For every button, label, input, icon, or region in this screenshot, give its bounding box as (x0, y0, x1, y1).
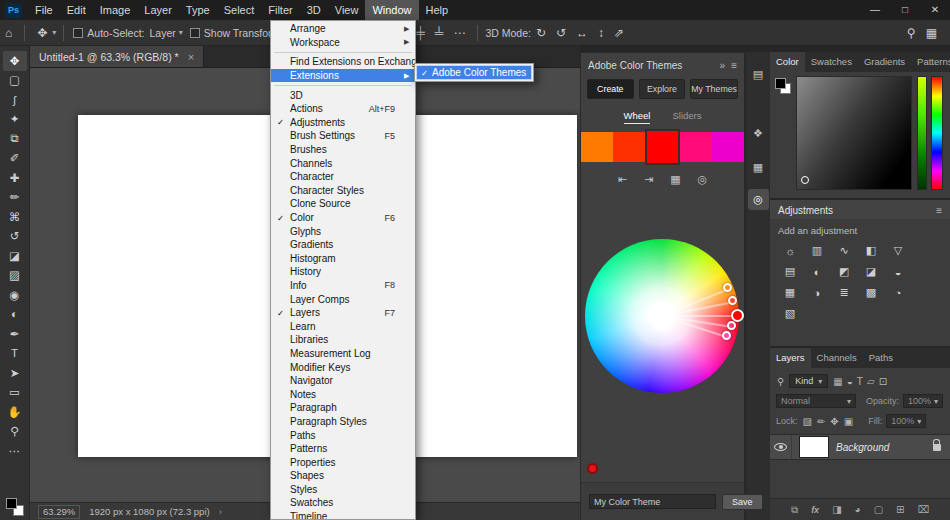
menu-item-character-styles[interactable]: Character Styles (271, 184, 415, 198)
menu-item-glyphs[interactable]: Glyphs (271, 224, 415, 238)
menu-item-info[interactable]: Info F8 (271, 279, 415, 293)
edit-toolbar-button[interactable]: ⋯ (3, 441, 27, 461)
drag-3d-icon[interactable]: ↔ (571, 26, 593, 40)
menu-item-modifier-keys[interactable]: Modifier Keys (271, 360, 415, 374)
tab-channels[interactable]: Channels (811, 348, 863, 368)
menu-item-styles[interactable]: Styles (271, 483, 415, 497)
more-options-icon[interactable]: ⋯ (448, 26, 470, 40)
scale-3d-icon[interactable]: ⇗ (609, 26, 629, 40)
fill-dropdown[interactable]: 100% ▾ (886, 414, 926, 428)
tab-swatches[interactable]: Swatches (805, 52, 858, 72)
wheel-handle-main[interactable] (731, 309, 744, 322)
lasso-tool[interactable]: ʃ (3, 90, 27, 110)
eyedropper-tool[interactable]: ✐ (3, 149, 27, 169)
save-theme-button[interactable]: Save (722, 494, 763, 510)
panel-menu-icon[interactable]: ≡ (936, 205, 942, 216)
lock-image-icon[interactable]: ✏ (816, 416, 826, 427)
menu-item-measurement-log[interactable]: Measurement Log (271, 347, 415, 361)
wheel-handle[interactable] (723, 283, 732, 292)
tab-color[interactable]: Color (770, 52, 805, 72)
levels-icon[interactable]: ▥ (807, 243, 827, 258)
lock-position-icon[interactable]: ✥ (829, 416, 839, 427)
menu-item-properties[interactable]: Properties (271, 455, 415, 469)
color-themes-panel-icon[interactable]: ◎ (748, 189, 769, 210)
crop-tool[interactable]: ⧉ (3, 129, 27, 149)
menu-item-layer-comps[interactable]: Layer Comps (271, 292, 415, 306)
menubar-item-window[interactable]: Window (365, 0, 418, 20)
orbit-3d-icon[interactable]: ↻ (531, 26, 551, 40)
adjust-left-icon[interactable]: ⇤ (618, 173, 627, 186)
foreground-background-swatches[interactable] (6, 498, 24, 516)
align-bottom-icon[interactable]: ╧ (430, 26, 449, 40)
maximize-button[interactable]: □ (890, 0, 920, 20)
healing-brush-tool[interactable]: ✚ (3, 168, 27, 188)
menu-item-libraries[interactable]: Libraries (271, 333, 415, 347)
opacity-dropdown[interactable]: 100% ▾ (903, 394, 943, 408)
show-transform-checkbox[interactable] (190, 28, 200, 38)
navigator-panel-icon[interactable]: ❖ (748, 123, 769, 144)
tab-paths[interactable]: Paths (863, 348, 899, 368)
home-icon[interactable]: ⌂ (0, 26, 17, 40)
menubar-item-layer[interactable]: Layer (137, 0, 179, 20)
blur-tool[interactable]: ◉ (3, 285, 27, 305)
brightness-contrast-icon[interactable]: ☼ (780, 243, 800, 258)
move-tool[interactable]: ✥ (3, 51, 27, 71)
marquee-tool[interactable]: ▢ (3, 71, 27, 91)
color-lookup-icon[interactable]: ▦ (780, 285, 800, 300)
posterize-icon[interactable]: ≣ (834, 285, 854, 300)
menu-item-paths[interactable]: Paths (271, 428, 415, 442)
auto-select-target-dropdown[interactable]: Layer ▾ (145, 26, 188, 40)
wheel-handle[interactable] (728, 296, 737, 305)
panel-menu-icon[interactable]: ≡ (731, 60, 737, 71)
color-field-marker[interactable] (801, 176, 809, 184)
exposure-icon[interactable]: ◧ (861, 243, 881, 258)
theme-swatch-5[interactable] (712, 132, 744, 162)
menubar-item-file[interactable]: File (28, 0, 60, 20)
close-button[interactable]: ✕ (920, 0, 950, 20)
ct-tab-create[interactable]: Create (587, 79, 634, 99)
layer-visibility-toggle[interactable] (770, 435, 792, 459)
hue-saturation-icon[interactable]: ▤ (780, 264, 800, 279)
menubar-item-select[interactable]: Select (217, 0, 262, 20)
menubar-item-3d[interactable]: 3D (300, 0, 328, 20)
color-balance-icon[interactable]: ◐ (807, 264, 827, 279)
search-icon[interactable]: ⚲ (902, 26, 921, 40)
zoom-level-field[interactable]: 63.29% (38, 505, 80, 519)
filter-type-icon[interactable]: T (856, 376, 864, 387)
gradient-tool[interactable]: ▨ (3, 266, 27, 286)
libraries-panel-icon[interactable]: ▦ (748, 157, 769, 178)
color-rule-icon[interactable]: ◎ (698, 173, 708, 186)
vibrance-icon[interactable]: ▽ (888, 243, 908, 258)
hand-tool[interactable]: ✋ (3, 402, 27, 422)
adjust-right-icon[interactable]: ⇥ (644, 173, 653, 186)
menu-item-workspace[interactable]: Workspace ▶ (271, 36, 415, 50)
menu-item-color[interactable]: ✓ Color F6 (271, 211, 415, 225)
color-slider-secondary[interactable] (917, 76, 927, 190)
menu-item-notes[interactable]: Notes (271, 387, 415, 401)
menu-item-shapes[interactable]: Shapes (271, 469, 415, 483)
filter-adjustment-icon[interactable]: ◒ (846, 376, 854, 387)
layer-filter-kind-dropdown[interactable]: Kind ▾ (789, 374, 828, 388)
brush-tool[interactable]: ✏ (3, 188, 27, 208)
gradient-map-icon[interactable]: ▧ (780, 306, 800, 321)
tab-layers[interactable]: Layers (770, 348, 811, 368)
status-chevron-icon[interactable]: › (219, 506, 222, 517)
workspace-icon[interactable]: ▦ (921, 26, 942, 40)
clone-stamp-tool[interactable]: ⌘ (3, 207, 27, 227)
ct-tab-my-themes[interactable]: My Themes (690, 79, 738, 99)
menu-item-brushes[interactable]: Brushes (271, 143, 415, 157)
threshold-icon[interactable]: ▩ (861, 285, 881, 300)
new-layer-icon[interactable]: ⊞ (896, 504, 904, 515)
menu-item-gradients[interactable]: Gradients (271, 238, 415, 252)
menu-item-histogram[interactable]: Histogram (271, 252, 415, 266)
collapse-panel-icon[interactable]: » (720, 60, 726, 71)
theme-swatch-2[interactable] (613, 132, 645, 162)
tab-patterns[interactable]: Patterns (911, 52, 950, 72)
path-selection-tool[interactable]: ➤ (3, 363, 27, 383)
photo-filter-icon[interactable]: ◪ (861, 264, 881, 279)
hue-slider[interactable] (931, 76, 943, 190)
eraser-tool[interactable]: ◪ (3, 246, 27, 266)
theme-swatch-3[interactable] (645, 129, 681, 165)
menu-item-clone-source[interactable]: Clone Source (271, 197, 415, 211)
menu-item-actions[interactable]: Actions Alt+F9 (271, 102, 415, 116)
